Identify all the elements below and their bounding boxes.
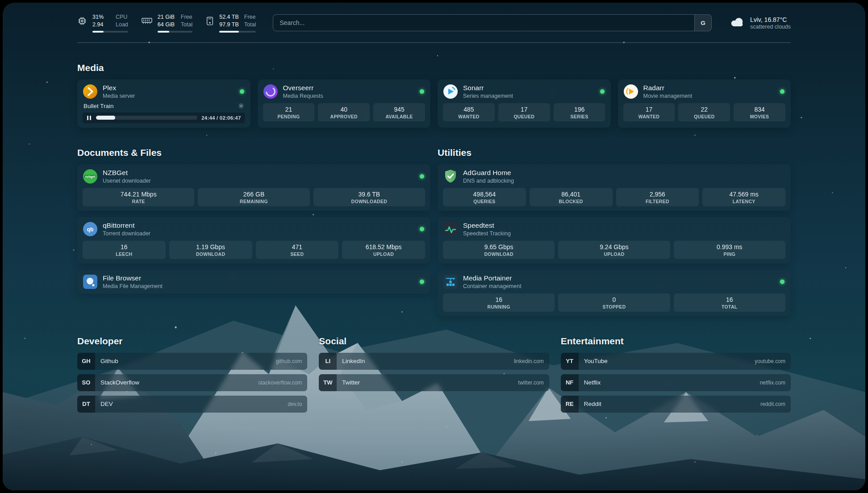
stat-latency: 47.569 msLATENCY [702,188,785,206]
service-card-radarr[interactable]: Radarr Movie management 17WANTED 22QUEUE… [618,79,791,128]
top-bar: 31% 2.94 CPU Load [77,3,791,33]
service-subtitle: Media server [103,93,235,99]
service-card-speedtest[interactable]: Speedtest Speedtest Tracking 9.65 GbpsDO… [438,217,791,263]
status-dot [420,89,424,94]
bookmark-dev[interactable]: DT DEV dev.to [77,396,307,413]
weather-widget[interactable]: Lviv, 16.87°C scattered clouds [729,16,791,30]
stat-leech: 16LEECH [83,241,166,259]
status-dot [240,89,244,94]
bookmark-name: StackOverflow [100,379,258,386]
bookmark-netflix[interactable]: NF Netflix netflix.com [561,374,791,391]
memory-progress-bar [158,31,192,33]
disk-progress-bar [219,31,256,33]
utilities-column: Utilities [438,128,791,316]
stat-download: 1.19 GbpsDOWNLOAD [169,241,252,259]
playback-progress-track[interactable] [96,116,198,120]
cpu-percent: 31% [92,13,110,21]
service-card-plex[interactable]: Plex Media server Bullet Train [77,79,250,128]
stat-pending: 21PENDING [263,103,315,121]
gear-icon[interactable] [238,103,244,109]
cpu-label: CPU [116,13,128,21]
stat-blocked: 86,401BLOCKED [530,188,613,206]
stat-remaining: 266 GBREMAINING [198,188,309,206]
memory-free-value: 21 GiB [158,13,175,21]
cloud-icon [729,17,746,29]
service-card-overseerr[interactable]: Overseerr Media Requests 21PENDING 40APP… [258,79,431,128]
bookmark-url: stackoverflow.com [258,380,302,386]
service-name: Sonarr [463,84,595,92]
disk-icon [206,17,214,25]
stat-stopped: 0STOPPED [558,293,670,312]
service-subtitle: Usenet downloader [103,178,415,184]
stat-series: 196SERIES [554,103,605,121]
cpu-load-value: 2.94 [92,21,110,29]
bookmark-name: YouTube [584,358,755,364]
stat-wanted: 485WANTED [443,103,495,121]
service-card-filebrowser[interactable]: File Browser Media File Management [77,270,430,294]
service-name: Plex [103,84,235,92]
bookmark-abbr: SO [77,374,95,391]
search-provider-button[interactable]: G [694,15,711,31]
nzbget-icon: nzbget [83,169,98,184]
service-subtitle: Media File Management [103,283,415,289]
service-card-adguard[interactable]: AdGuard Home DNS and adblocking 498,564Q… [438,164,791,211]
stat-rate: 744.21 MbpsRATE [83,188,194,206]
cpu-icon [77,16,87,26]
disk-widget: 52.4 TB 97.9 TB Free Total [206,13,256,33]
bookmark-group-title: Entertainment [561,336,791,347]
bookmark-group-title: Social [319,336,549,347]
bookmark-url: linkedin.com [514,358,544,364]
memory-total-label: Total [181,21,192,29]
bookmark-group-social: Social LI LinkedIn linkedin.com TW Twitt… [319,316,549,417]
stat-seed: 471SEED [256,241,339,259]
section-title-documents: Documents & Files [77,147,430,158]
disk-free-label: Free [244,13,256,21]
bookmark-twitter[interactable]: TW Twitter twitter.com [319,374,549,391]
service-name: Overseerr [283,84,415,92]
stat-running: 16RUNNING [443,293,555,312]
bookmark-reddit[interactable]: RE Reddit reddit.com [561,396,791,413]
documents-column: Documents & Files nzbget [77,128,430,294]
playback-time: 24:44 / 02:06:47 [201,115,241,121]
stat-upload: 618.52 MbpsUPLOAD [342,241,425,259]
bookmark-linkedin[interactable]: LI LinkedIn linkedin.com [319,353,549,370]
speedtest-icon [443,221,458,237]
stat-downloaded: 39.6 TBDOWNLOADED [313,188,425,206]
service-subtitle: Media Requests [283,93,415,99]
bookmark-name: Twitter [342,379,518,386]
stat-queued: 17QUEUED [498,103,550,121]
stat-filtered: 2,956FILTERED [616,188,699,206]
bookmark-group-entertainment: Entertainment YT YouTube youtube.com NF … [561,316,791,417]
radarr-icon [623,84,638,99]
service-card-nzbget[interactable]: nzbget NZBGet Usenet downloader 744.21 M… [77,164,430,211]
stat-available: 945AVAILABLE [373,103,425,121]
search-bar: G [273,14,712,31]
bookmark-name: LinkedIn [342,358,514,364]
stat-download: 9.65 GbpsDOWNLOAD [443,241,555,259]
search-input[interactable] [273,14,712,31]
weather-location: Lviv, 16.87°C [750,16,791,23]
bookmark-github[interactable]: GH Github github.com [77,353,307,370]
bookmark-youtube[interactable]: YT YouTube youtube.com [561,353,791,370]
bookmark-url: dev.to [288,401,302,407]
service-card-portainer[interactable]: Media Portainer Container management 16R… [438,270,791,316]
sonarr-icon [443,84,458,99]
service-card-qbittorrent[interactable]: qb qBittorrent Torrent downloader 16LEEC… [77,217,430,263]
service-subtitle: Container management [463,283,775,289]
service-name: File Browser [103,274,415,283]
bookmark-name: DEV [100,401,288,407]
weather-condition: scattered clouds [750,24,791,30]
bookmark-stackoverflow[interactable]: SO StackOverflow stackoverflow.com [77,374,307,391]
stat-ping: 0.993 msPING [674,241,785,259]
dashboard-window: 31% 2.94 CPU Load [3,3,865,490]
adguard-icon [443,169,458,184]
pause-icon[interactable] [87,116,92,120]
svg-text:qb: qb [87,226,94,232]
now-playing-title: Bullet Train [83,103,114,109]
bookmark-url: reddit.com [760,401,785,407]
memory-total-value: 64 GiB [158,21,175,29]
status-dot [600,89,605,94]
status-dot [780,280,785,284]
bookmark-abbr: DT [77,396,95,413]
service-card-sonarr[interactable]: Sonarr Series management 485WANTED 17QUE… [438,79,611,128]
